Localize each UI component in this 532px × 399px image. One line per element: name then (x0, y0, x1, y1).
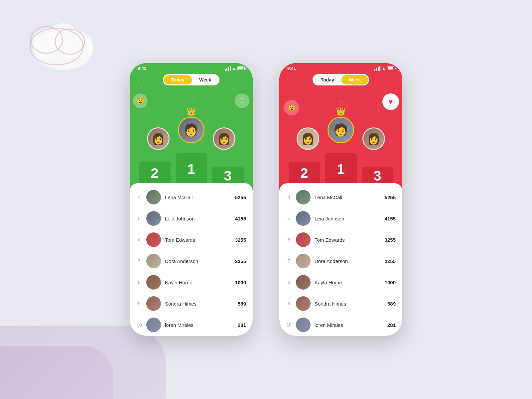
name-6-green: Tom Edwards (165, 237, 231, 243)
list-item-10-green: 10 loren Mirales 281 (130, 314, 253, 335)
podium-block-3-green: 3 (212, 167, 244, 183)
crown-icon-red: 👑 (336, 107, 346, 116)
status-icons-red: ▲ (374, 66, 394, 71)
podium-block-2-red: 2 (289, 162, 320, 183)
rank-1-label-red: 1 (337, 161, 344, 177)
rank-5-red: 5 (286, 216, 292, 221)
avatar-8-green (146, 275, 161, 290)
signal-bar-2 (226, 68, 227, 71)
bg-cloud-left (27, 10, 100, 70)
list-item-7-red: 7 Dora Anderson 2255 (279, 250, 402, 272)
leaderboard-green: 4 Lena McCall 5255 5 Leia Johnson 4155 6… (130, 183, 253, 336)
float-heart-1-red: ♡ (338, 100, 344, 107)
signal-bar-r3 (378, 67, 379, 71)
phone-green: 9:41 ▲ ← Today Week 😵 ♡ ♡ • (130, 63, 253, 336)
rank-2-label-red: 2 (300, 165, 308, 181)
back-button-green[interactable]: ← (136, 76, 142, 83)
float-deco-2: • (181, 103, 183, 108)
name-6-red: Tom Edwards (315, 237, 381, 243)
float-heart-2-red: ♡ (326, 110, 331, 115)
float-dot-red: • (381, 117, 382, 121)
score-9-green: 589 (238, 301, 246, 307)
avatar-4-green (146, 190, 161, 204)
tab-week-green[interactable]: Week (192, 75, 218, 84)
avatar-rank2-green: 👩 (147, 127, 170, 150)
rank-10-green: 10 (136, 322, 142, 328)
float-deco-1: ♡ (191, 97, 196, 103)
tab-switcher-red: Today Week (313, 74, 369, 85)
rank-9-red: 9 (286, 301, 292, 306)
rank-7-green: 7 (136, 258, 142, 264)
avatar-9-green (146, 296, 161, 311)
name-8-green: Kayla Horne (165, 280, 231, 285)
score-5-green: 4155 (235, 216, 246, 221)
signal-bar-r1 (374, 69, 375, 71)
tab-today-green[interactable]: Today (164, 75, 192, 84)
name-5-red: Leia Johnson (315, 216, 381, 221)
score-10-red: 281 (387, 322, 396, 328)
podium-numbers-green: 2 1 3 (133, 153, 249, 183)
rank-7-red: 7 (286, 258, 292, 264)
rank-3-label-green: 3 (224, 168, 231, 184)
rank-8-red: 8 (286, 280, 292, 285)
tab-today-red[interactable]: Today (314, 75, 341, 84)
name-9-green: Sondra Himes (165, 301, 234, 307)
podium-rank3-red: 👩 (362, 127, 385, 150)
name-5-green: Leia Johnson (165, 216, 231, 221)
podium-numbers-red: 2 1 3 (283, 153, 399, 183)
battery-icon-green (237, 66, 245, 70)
status-time-red: 9:41 (287, 66, 296, 71)
avatar-9-red (296, 296, 311, 311)
list-item-8-red: 8 Kayla Horne 1000 (279, 272, 402, 293)
signal-bar-r4 (379, 66, 380, 71)
avatar-rank1-red: 🧑 (328, 117, 354, 143)
avatar-8-red (296, 275, 311, 290)
score-6-green: 3255 (235, 237, 246, 243)
rank-1-label-green: 1 (187, 161, 195, 177)
crown-icon-green: 👑 (186, 107, 196, 116)
emoji-decoration-red: 😵 (284, 100, 299, 115)
avatar-10-green (146, 318, 161, 332)
heart-decoration-red: ♥ (382, 93, 399, 110)
podium-rank3-green: 👩 (213, 127, 235, 150)
avatar-rank3-green: 👩 (213, 127, 235, 150)
avatar-6-red (296, 232, 311, 247)
avatar-10-red (296, 318, 311, 332)
rank-9-green: 9 (136, 301, 142, 306)
emoji-decoration-green: 😵 (133, 93, 148, 108)
avatar-4-red (296, 190, 311, 204)
name-7-green: Dora Anderson (165, 258, 231, 264)
bg-wave-bottom-left2 (0, 346, 113, 399)
rank-4-green: 4 (136, 195, 142, 200)
podium-rank1-green: 👑 🧑 (178, 117, 204, 143)
signal-icon-green (225, 66, 231, 71)
rank-6-green: 6 (136, 237, 142, 242)
podium-area-green: 😵 ♡ ♡ • 👩 👑 🧑 👩 (130, 90, 253, 183)
wifi-icon-green: ▲ (232, 66, 236, 71)
name-4-green: Lena McCall (165, 195, 231, 200)
list-item-5-red: 5 Leia Johnson 4155 (279, 208, 402, 229)
rank-4-red: 4 (286, 195, 292, 200)
podium-block-1-red: 1 (325, 153, 357, 183)
list-item-10-red: 10 loren Mirales 281 (279, 314, 402, 335)
list-item-5-green: 5 Leia Johnson 4155 (130, 208, 253, 229)
podium-avatars-red: 👩 👑 🧑 👩 (283, 90, 399, 153)
avatar-5-red (296, 211, 311, 226)
avatar-rank2-red: 👩 (297, 127, 319, 150)
back-button-red[interactable]: ← (286, 76, 292, 83)
rank-8-green: 8 (136, 280, 142, 285)
podium-area-red: 😵 ♥ ♡ ♡ • 👩 👑 🧑 👩 (279, 90, 402, 183)
tab-week-red[interactable]: Week (341, 75, 368, 84)
list-item-7-green: 7 Dora Anderson 2255 (130, 250, 253, 272)
score-8-green: 1000 (235, 280, 246, 285)
avatar-7-green (146, 254, 161, 268)
score-10-green: 281 (238, 322, 246, 328)
rank-2-label-green: 2 (151, 165, 158, 181)
list-item-8-green: 8 Kayla Horne 1000 (130, 272, 253, 293)
rank-5-green: 5 (136, 216, 142, 221)
signal-bar-3 (228, 67, 229, 71)
avatar-6-green (146, 232, 161, 247)
name-9-red: Sondra Himes (315, 301, 383, 307)
avatar-7-red (296, 254, 311, 268)
podium-rank1-red: 👑 🧑 (328, 117, 354, 143)
